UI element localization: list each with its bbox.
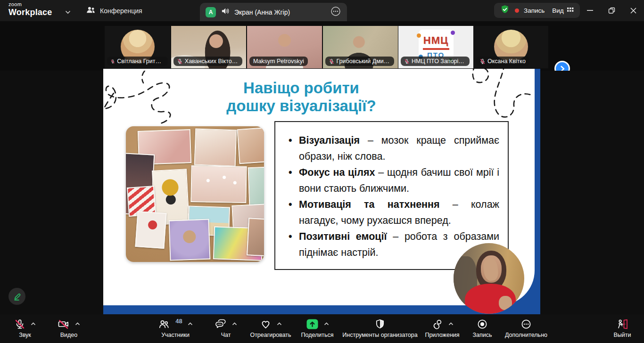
chat-label: Чат — [221, 332, 231, 338]
slide-bullet: Візуалізація – мозок краще сприймає обра… — [288, 132, 499, 164]
participant-count-badge: 48 — [175, 318, 182, 325]
bullet-lead: Візуалізація — [299, 135, 360, 146]
participant-tile[interactable]: Оксана Квітко — [474, 26, 548, 68]
view-button[interactable]: Вид — [552, 7, 574, 15]
participants-label: Участники — [161, 332, 190, 338]
participant-tile[interactable]: НМЦ ПТО НМЦ ПТО Запорізьк... — [398, 26, 473, 68]
avatar: A — [206, 7, 216, 17]
zoom-window: zoom Workplace Конференция A — [0, 0, 644, 343]
grid-view-icon — [567, 7, 574, 15]
close-button[interactable] — [622, 0, 644, 21]
react-button[interactable]: Отреагировать — [243, 318, 298, 341]
participant-name-pill: Світлана Гритчина Н... — [107, 57, 168, 66]
logo-workplace-text: Workplace — [8, 8, 52, 16]
leave-door-icon — [616, 318, 628, 330]
participant-name: НМЦ ПТО Запорізьк... — [412, 58, 466, 65]
host-tools-label: Инструменты организатора — [342, 332, 417, 338]
chevron-up-icon[interactable] — [75, 322, 80, 326]
chat-icon — [215, 318, 227, 330]
record-icon — [477, 318, 488, 330]
apps-icon — [431, 318, 443, 330]
collage-photo — [237, 127, 264, 164]
chevron-up-icon[interactable] — [232, 322, 237, 326]
video-label: Видео — [60, 332, 78, 338]
collage-photo — [247, 218, 264, 257]
more-ellipsis-icon — [520, 318, 532, 330]
participant-name-pill: Хаванських Вікторія — [173, 57, 242, 66]
participant-name-pill: Оксана Квітко — [476, 57, 529, 66]
tab-conference[interactable]: Конференция — [81, 0, 147, 21]
participant-tile-active-speaker[interactable]: Maksym Petrovskyi — [247, 26, 322, 68]
leave-button[interactable]: Выйти — [606, 318, 639, 341]
minimize-button[interactable] — [579, 0, 601, 21]
pencil-icon — [12, 292, 22, 301]
tab-screen-share[interactable]: A Экран (Анна Жгір) — [200, 3, 347, 21]
mic-muted-icon — [177, 58, 182, 65]
logo-orb — [417, 33, 421, 38]
participant-tile[interactable]: Грибовський Дмитро — [323, 26, 398, 68]
participant-name: Maksym Petrovskyi — [253, 58, 304, 65]
participant-name-pill: Грибовський Дмитро — [325, 57, 394, 66]
restore-button[interactable] — [601, 0, 622, 21]
titlebar: zoom Workplace Конференция A — [0, 0, 644, 21]
bullet-lead: Мотивація та натхнення — [299, 199, 440, 210]
mic-muted-icon — [111, 58, 115, 65]
participant-tile[interactable]: Хаванських Вікторія — [171, 26, 246, 68]
recording-dot — [515, 8, 519, 13]
video-button[interactable]: Видео — [49, 318, 89, 341]
collage-photo — [194, 128, 237, 166]
mic-muted-icon — [329, 58, 334, 65]
leave-label: Выйти — [613, 332, 631, 338]
participant-name-pill: НМЦ ПТО Запорізьк... — [401, 57, 470, 66]
apps-label: Приложения — [425, 332, 459, 338]
participant-tile[interactable]: Світлана Гритчина Н... — [105, 26, 171, 68]
slide-title: Навіщо робити дошку візуалізації? — [150, 79, 452, 114]
nmc-logo-text: НМЦ — [419, 34, 454, 47]
mic-muted-icon — [480, 58, 485, 65]
chevron-up-icon[interactable] — [188, 322, 193, 326]
collage-photo-tiara — [190, 165, 247, 203]
slide-title-line2: дошку візуалізації? — [150, 97, 452, 115]
presenter-webcam-overlay[interactable] — [454, 243, 524, 314]
chevron-up-icon[interactable] — [324, 322, 329, 326]
participant-strip: Світлана Гритчина Н... Хаванських Віктор… — [0, 21, 644, 71]
tab-more-icon[interactable] — [330, 6, 341, 19]
mic-muted-icon — [14, 318, 25, 330]
host-tools-shield-icon — [374, 318, 386, 330]
more-button[interactable]: Дополнительно — [500, 318, 553, 341]
collage-photo — [135, 211, 166, 249]
nmc-logo-band — [423, 48, 449, 50]
annotate-button[interactable] — [8, 288, 25, 305]
participant-name: Хаванських Вікторія — [185, 58, 239, 65]
security-shield-icon[interactable] — [500, 4, 510, 16]
host-tools-button[interactable]: Инструменты организатора — [342, 318, 418, 341]
speaker-icon — [221, 7, 230, 17]
chevron-down-icon[interactable] — [65, 8, 71, 16]
collage-photo — [169, 219, 211, 261]
chevron-up-icon[interactable] — [448, 322, 454, 326]
chevron-up-icon[interactable] — [31, 322, 36, 326]
share-screen-icon — [306, 318, 319, 330]
tab-conference-label: Конференция — [100, 7, 142, 15]
chat-button[interactable]: Чат — [206, 318, 245, 341]
meeting-toolbar: Звук Видео 48 — [0, 314, 644, 343]
record-button[interactable]: Запись — [464, 318, 500, 341]
slide-bullet-list: Візуалізація – мозок краще сприймає обра… — [288, 132, 499, 261]
zoom-workplace-logo: zoom Workplace — [8, 2, 52, 16]
bullet-lead: Фокус на цілях — [299, 167, 375, 178]
collage-photo — [248, 166, 264, 207]
participant-name-pill: Maksym Petrovskyi — [249, 57, 308, 66]
vision-board-collage-image — [126, 126, 264, 262]
recording-label[interactable]: Запись — [524, 7, 545, 14]
apps-button[interactable]: Приложения — [422, 318, 462, 341]
react-label: Отреагировать — [250, 332, 291, 338]
bullet-lead: Позитивні емоції — [299, 231, 387, 242]
more-label: Дополнительно — [505, 332, 547, 338]
participants-button[interactable]: 48 Участники — [146, 318, 205, 341]
share-screen-button[interactable]: Поделиться — [292, 318, 342, 341]
mic-muted-icon — [405, 58, 409, 65]
audio-button[interactable]: Звук — [6, 318, 44, 341]
participants-icon — [158, 318, 170, 330]
slide-bullet: Мотивація та натхнення – колаж нагадує, … — [288, 196, 499, 229]
chevron-up-icon[interactable] — [277, 322, 282, 326]
